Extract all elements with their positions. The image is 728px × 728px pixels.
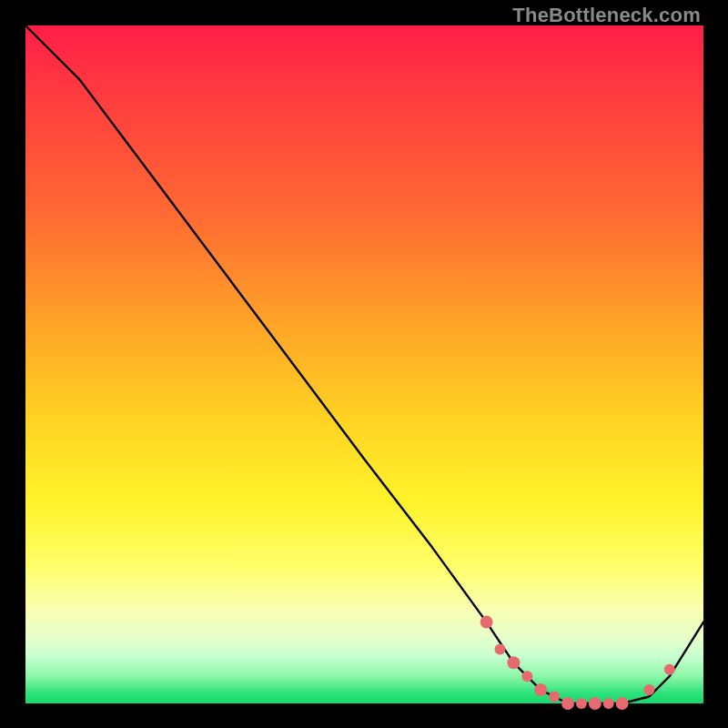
- data-dot: [495, 643, 506, 654]
- chart-stage: TheBottleneck.com: [0, 0, 728, 728]
- data-dot: [561, 697, 574, 710]
- plot-area: [25, 25, 703, 703]
- curve-dots: [480, 616, 675, 710]
- watermark-text: TheBottleneck.com: [512, 4, 701, 27]
- bottleneck-curve: [25, 25, 703, 703]
- data-dot: [603, 698, 614, 709]
- data-dot: [616, 697, 629, 710]
- data-dot: [521, 671, 532, 682]
- curve-line: [25, 25, 703, 703]
- data-dot: [534, 683, 547, 696]
- data-dot: [549, 692, 560, 703]
- data-dot: [664, 664, 675, 675]
- data-dot: [576, 698, 587, 709]
- data-dot: [480, 616, 493, 629]
- data-dot: [643, 684, 654, 695]
- data-dot: [507, 656, 520, 669]
- data-dot: [589, 697, 602, 710]
